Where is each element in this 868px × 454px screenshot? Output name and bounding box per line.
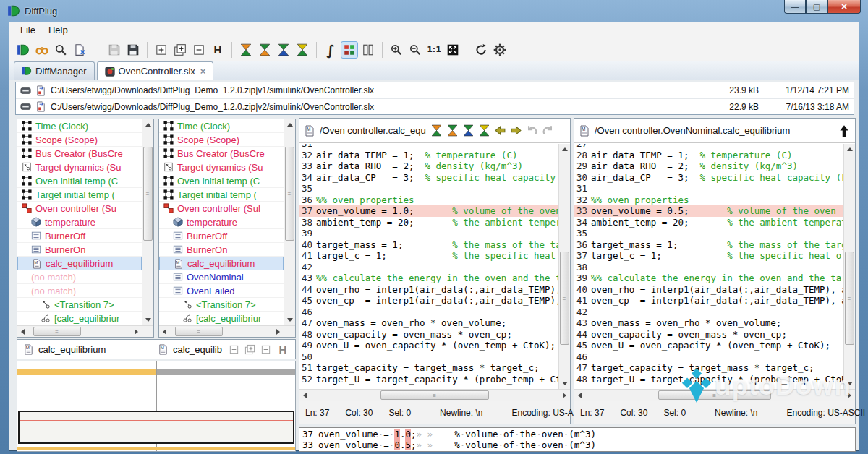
code-line[interactable]: 32%% oven properties bbox=[574, 194, 843, 206]
code-line[interactable]: 35 bbox=[299, 183, 558, 194]
zoom-fit-button[interactable] bbox=[444, 41, 461, 59]
eject-icon[interactable] bbox=[20, 101, 31, 112]
merge-4-button[interactable] bbox=[476, 123, 492, 139]
scroll-down-icon[interactable] bbox=[844, 378, 856, 389]
code-line[interactable]: 34ambient_temp = 20; % the ambient tempe… bbox=[574, 217, 843, 228]
code-line[interactable]: 50 bbox=[299, 351, 558, 363]
minimap-change-band-left[interactable] bbox=[17, 369, 156, 375]
maximize-button[interactable]: ▢ bbox=[806, 0, 827, 14]
code-line[interactable]: 28air_data_TEMP = 1; % temperature (C) bbox=[574, 150, 843, 161]
scroll-right-icon[interactable] bbox=[131, 326, 142, 337]
merge-1-button[interactable] bbox=[237, 41, 255, 59]
tree-item[interactable]: Time (Clock) bbox=[159, 119, 284, 133]
code-line[interactable]: 29air_data_RHO = 2; % density (kg/m^3) bbox=[574, 160, 843, 172]
code-area[interactable]: 3132air_data_TEMP = 1; % temperature (C)… bbox=[299, 144, 558, 389]
zoom-actual-button[interactable]: 1:1 bbox=[425, 41, 443, 59]
vertical-scrollbar[interactable]: ≡ bbox=[142, 119, 153, 325]
doc-new-button[interactable] bbox=[71, 41, 88, 59]
tree-item[interactable]: Target dynamics (Su bbox=[159, 160, 284, 174]
scrollbar-thumb[interactable]: ≡ bbox=[175, 327, 223, 336]
code-line[interactable]: 36%% oven properties bbox=[299, 194, 558, 206]
code-line[interactable]: 41target_c = 1; % the specific heat of bbox=[299, 250, 558, 262]
scroll-left-icon[interactable] bbox=[574, 390, 585, 401]
tree-item[interactable]: Target initial temp ( bbox=[159, 188, 284, 202]
eject-icon[interactable] bbox=[20, 85, 31, 96]
code-line[interactable]: 36target_mass = 1; % the mass of the tar… bbox=[574, 239, 843, 251]
tree-item[interactable]: Bus Creator (BusCre bbox=[159, 147, 284, 160]
code-line[interactable]: 40oven_rho = interp1(air_data(:,air_data… bbox=[574, 284, 843, 296]
vertical-scrollbar[interactable]: ≡ bbox=[843, 144, 855, 389]
scroll-up-icon[interactable] bbox=[844, 144, 856, 155]
code-line[interactable]: 32air_data_TEMP = 1; % temperature (C) bbox=[299, 150, 558, 161]
file-row[interactable]: C:/Users/etwigg/Downloads/DiffPlug_Demo_… bbox=[16, 82, 854, 98]
code-line[interactable]: 33air_data_RHO = 2; % density (kg/m^3) bbox=[299, 160, 558, 172]
horizontal-scrollbar[interactable]: ≡ bbox=[159, 325, 295, 337]
code-line[interactable]: 43oven_mass = oven_rho * oven_volume; bbox=[574, 317, 843, 329]
code-line[interactable]: 30air_data_CP = 3; % specific heat capac… bbox=[574, 172, 843, 184]
script-button[interactable]: ∫ bbox=[322, 41, 339, 59]
code-line[interactable]: 44oven_capacity = oven_mass * oven_cp; bbox=[574, 329, 843, 340]
merge-left-button[interactable] bbox=[492, 123, 508, 139]
tab-close-icon[interactable]: × bbox=[200, 66, 206, 77]
code-line[interactable]: 37target_c = 1; % the specific heat of bbox=[574, 250, 843, 262]
search-button[interactable] bbox=[52, 41, 69, 59]
code-line[interactable]: 46 bbox=[574, 351, 843, 363]
code-line[interactable]: 34air_data_CP = 3; % specific heat capac… bbox=[299, 172, 558, 184]
code-line[interactable]: 45oven_U = oven_capacity * (oven_temp + … bbox=[574, 340, 843, 351]
tree-item[interactable]: Oven initial temp (C bbox=[159, 174, 284, 188]
collapse-button[interactable] bbox=[190, 41, 208, 59]
file-row[interactable]: C:/Users/etwigg/Downloads/DiffPlug_Demo_… bbox=[16, 98, 854, 114]
collapse-button[interactable] bbox=[260, 342, 274, 356]
tab-diffmanager[interactable]: DiffManager bbox=[14, 61, 95, 80]
scroll-right-icon[interactable] bbox=[273, 326, 284, 337]
minimap-change-band-right[interactable] bbox=[157, 369, 295, 375]
scroll-left-icon[interactable] bbox=[299, 390, 310, 401]
tree-item[interactable]: Target initial temp ( bbox=[17, 188, 142, 202]
code-line[interactable]: 45oven_cp = interp1(air_data(:,air_data_… bbox=[299, 295, 558, 307]
code-line[interactable]: 48target_U = target_capacity * (probe_te… bbox=[574, 374, 843, 385]
expand-button[interactable] bbox=[228, 342, 242, 356]
code-line[interactable]: 35 bbox=[574, 228, 843, 239]
code-line[interactable]: 42 bbox=[574, 307, 843, 318]
code-line[interactable]: 46 bbox=[299, 307, 558, 318]
scrollbar-thumb[interactable]: ≡ bbox=[658, 390, 770, 400]
expand-all-button[interactable] bbox=[244, 342, 258, 356]
tree-item[interactable]: BurnerOff bbox=[159, 229, 284, 243]
minimize-button[interactable]: — bbox=[784, 0, 806, 14]
hide-h-button[interactable]: H bbox=[276, 342, 290, 356]
code-line[interactable]: 33oven_volume = 0.5; % volume of the ove… bbox=[574, 205, 843, 217]
merge-4-button[interactable] bbox=[294, 41, 311, 59]
scrollbar-thumb[interactable]: ≡ bbox=[380, 390, 489, 400]
tree-item[interactable]: <Transition 7> bbox=[159, 298, 284, 312]
expand-button[interactable] bbox=[153, 41, 170, 59]
code-line[interactable]: 51target_capacity = target_mass * target… bbox=[299, 362, 558, 374]
close-button[interactable]: ✕ bbox=[827, 0, 861, 14]
scroll-down-icon[interactable] bbox=[142, 314, 154, 325]
merge-2-button[interactable] bbox=[256, 41, 273, 59]
tree-item[interactable]: BurnerOn bbox=[17, 243, 142, 257]
scroll-down-icon[interactable] bbox=[559, 378, 571, 389]
expand-all-button[interactable] bbox=[171, 41, 189, 59]
refresh-button[interactable] bbox=[472, 41, 490, 59]
save-all-button[interactable] bbox=[124, 41, 142, 59]
tree-item[interactable]: Scope (Scope) bbox=[159, 133, 284, 147]
code-line[interactable]: 44oven_rho = interp1(air_data(:,air_data… bbox=[299, 284, 558, 296]
scroll-up-icon[interactable] bbox=[284, 119, 296, 130]
tree-item[interactable]: [calc_equilibriur bbox=[159, 312, 284, 325]
merge-2-button[interactable] bbox=[444, 123, 460, 139]
code-line[interactable]: 40target_mass = 1; % the mass of the tar… bbox=[299, 239, 558, 251]
columns-view-button[interactable] bbox=[359, 41, 377, 59]
code-line[interactable]: 47target_capacity = target_mass * target… bbox=[574, 362, 843, 374]
code-line[interactable]: 43%% calculate the energy in the oven an… bbox=[299, 273, 558, 284]
tree-item[interactable]: BurnerOn bbox=[159, 243, 284, 257]
redo-button[interactable] bbox=[540, 123, 556, 139]
blocks-view-button[interactable] bbox=[341, 41, 358, 59]
tree-item[interactable]: Oven controller (Su bbox=[17, 202, 142, 215]
tree-item[interactable]: (no match) bbox=[17, 270, 142, 284]
title-bar[interactable]: DiffPlug — ▢ ✕ bbox=[0, 0, 868, 22]
code-line[interactable]: 38ambient_temp = 20; % the ambient tempe… bbox=[299, 217, 558, 228]
scroll-up-icon[interactable] bbox=[559, 144, 571, 155]
scroll-down-icon[interactable] bbox=[284, 314, 296, 325]
diff-overview-map[interactable] bbox=[17, 361, 296, 452]
tree-item[interactable]: Bus Creator (BusCre bbox=[17, 147, 142, 160]
